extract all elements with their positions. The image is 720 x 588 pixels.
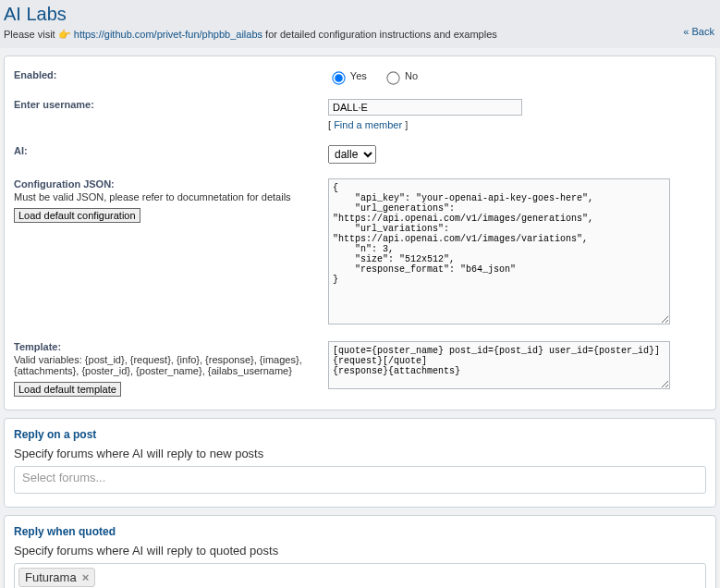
ai-label: AI:	[14, 145, 28, 156]
config-label: Configuration JSON:	[14, 178, 115, 190]
forum-tag-label: Futurama	[25, 570, 77, 584]
template-label: Template:	[14, 341, 61, 352]
settings-fieldset: Enabled: Yes No Enter username: [ Find a…	[4, 55, 716, 410]
reply-when-quoted-forums-select[interactable]: Futurama ×	[14, 563, 706, 588]
reply-when-quoted-fieldset: Reply when quoted Specify forums where A…	[4, 515, 716, 588]
load-default-template-button[interactable]	[14, 382, 121, 397]
page-header: AI Labs Please visit 👉 https://github.co…	[0, 0, 720, 48]
reply-on-post-placeholder: Select forums...	[18, 469, 109, 486]
config-hint: Must be valid JSON, please refer to docu…	[14, 191, 319, 202]
load-default-config-button[interactable]	[14, 208, 140, 223]
find-member-wrap: [ Find a member ]	[328, 119, 706, 130]
repo-link[interactable]: https://github.com/privet-fun/phpbb_aila…	[74, 29, 262, 40]
reply-on-post-forums-select[interactable]: Select forums...	[14, 466, 706, 494]
forum-tag: Futurama ×	[18, 568, 95, 587]
username-label: Enter username:	[14, 99, 94, 110]
page-title: AI Labs	[4, 4, 716, 25]
template-hint: Valid variables: {post_id}, {request}, {…	[14, 354, 319, 376]
enabled-label: Enabled:	[14, 69, 56, 80]
enabled-no-radio[interactable]	[386, 71, 399, 84]
reply-on-post-fieldset: Reply on a post Specify forums where AI …	[4, 418, 716, 508]
find-member-link[interactable]: Find a member	[334, 119, 402, 130]
tag-remove-icon[interactable]: ×	[82, 570, 90, 584]
header-description: Please visit 👉 https://github.com/privet…	[4, 29, 716, 41]
reply-when-quoted-legend: Reply when quoted	[14, 525, 706, 538]
enabled-yes-radio[interactable]	[332, 71, 345, 84]
reply-on-post-desc: Specify forums where AI will reply to ne…	[14, 447, 706, 460]
reply-when-quoted-desc: Specify forums where AI will reply to qu…	[14, 544, 706, 557]
enabled-no-label[interactable]: No	[383, 70, 418, 81]
config-json-textarea[interactable]	[328, 178, 670, 325]
back-link[interactable]: « Back	[683, 26, 714, 37]
enabled-yes-label[interactable]: Yes	[328, 70, 367, 81]
template-textarea[interactable]	[328, 341, 670, 389]
username-input[interactable]	[328, 99, 522, 116]
reply-on-post-legend: Reply on a post	[14, 428, 706, 441]
ai-select[interactable]: dalle	[328, 145, 376, 164]
